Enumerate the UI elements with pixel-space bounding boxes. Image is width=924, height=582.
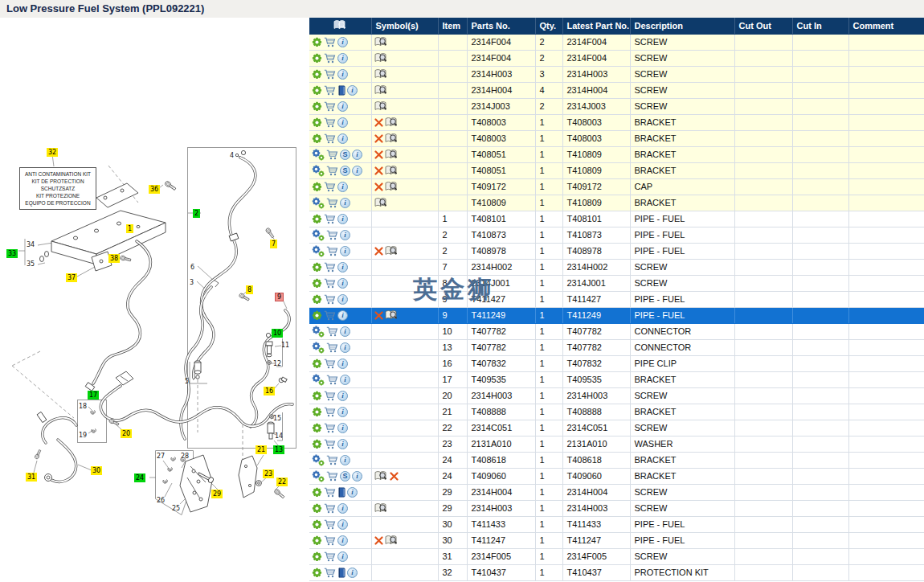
catalog-book-icon[interactable]	[385, 309, 399, 321]
info-icon[interactable]: i	[337, 551, 348, 562]
gear-icon[interactable]	[312, 85, 322, 96]
table-row[interactable]: i82314J00112314J001SCREW	[309, 275, 924, 291]
diagram-callout-33[interactable]: 33	[6, 249, 18, 258]
gear-multi-icon[interactable]	[312, 326, 325, 337]
diagram-callout-27[interactable]: 27	[157, 452, 165, 461]
table-row[interactable]: i30T4112471T411247PIPE - FUEL	[309, 532, 924, 548]
table-row[interactable]: i17T4095351T409535BRACKET	[309, 371, 924, 387]
catalog-book-icon[interactable]	[385, 117, 399, 128]
col-header-cut-out[interactable]: Cut Out	[734, 18, 792, 34]
table-row[interactable]: i32T4104371T410437PROTECTION KIT	[309, 564, 924, 580]
cart-icon[interactable]	[324, 262, 336, 273]
info-icon[interactable]: i	[337, 503, 348, 514]
info-icon[interactable]: i	[340, 342, 350, 353]
diagram-callout-36[interactable]: 36	[149, 185, 160, 194]
gear-icon[interactable]	[312, 214, 322, 224]
diagram-callout-16[interactable]: 16	[264, 387, 275, 396]
table-row[interactable]: i21T4088881T408888BRACKET	[309, 404, 924, 420]
info-icon[interactable]: i	[337, 117, 348, 128]
cart-icon[interactable]	[324, 53, 336, 64]
table-row[interactable]: SiT4080511T410809BRACKET	[309, 162, 924, 178]
not-available-icon[interactable]	[390, 472, 399, 481]
info-icon[interactable]: i	[337, 53, 348, 64]
diagram-callout-32[interactable]: 32	[47, 148, 58, 157]
diagram-callout-17[interactable]: 17	[88, 391, 99, 400]
info-icon[interactable]: i	[337, 391, 348, 401]
manual-book-icon[interactable]	[337, 487, 345, 498]
gear-icon[interactable]	[312, 439, 322, 449]
diagram-callout-5[interactable]: 5	[185, 377, 189, 386]
gear-icon[interactable]	[312, 117, 322, 128]
col-header-cut-in[interactable]: Cut In	[792, 18, 848, 34]
gear-multi-icon[interactable]	[312, 470, 325, 482]
gear-multi-icon[interactable]	[312, 197, 325, 208]
gear-icon[interactable]	[312, 294, 322, 305]
info-icon[interactable]: i	[340, 198, 350, 208]
info-icon[interactable]: i	[340, 375, 350, 385]
table-row[interactable]: i2T4089781T408978PIPE - FUEL	[309, 243, 924, 259]
diagram-callout-12[interactable]: 12	[273, 359, 281, 368]
table-row[interactable]: i9T4114271T411427PIPE - FUEL	[309, 291, 924, 307]
diagram-callout-26[interactable]: 26	[157, 496, 165, 505]
cart-icon[interactable]	[324, 101, 336, 112]
gear-icon[interactable]	[312, 359, 322, 369]
col-header-actions[interactable]	[309, 18, 371, 34]
table-row[interactable]: i202314H00312314H003SCREW	[309, 387, 924, 404]
not-available-icon[interactable]	[374, 247, 383, 256]
info-icon[interactable]: i	[337, 423, 348, 433]
diagram-callout-21[interactable]: 21	[256, 445, 267, 454]
table-row[interactable]: iT4091721T409172CAP	[309, 178, 924, 195]
gear-icon[interactable]	[312, 182, 322, 192]
diagram-callout-23[interactable]: 23	[263, 469, 274, 478]
diagram-callout-4[interactable]: 4	[230, 151, 234, 160]
table-row[interactable]: i2T4108731T410873PIPE - FUEL	[309, 227, 924, 243]
catalog-book-icon[interactable]	[374, 84, 388, 96]
cart-icon[interactable]	[326, 230, 338, 240]
diagram-callout-15[interactable]: 15	[273, 414, 281, 423]
col-header-symbols[interactable]: Symbol(s)	[371, 18, 438, 34]
cart-icon[interactable]	[324, 519, 336, 530]
gear-icon[interactable]	[312, 503, 322, 514]
table-row[interactable]: i222314C05112314C051SCREW	[309, 420, 924, 436]
col-header-comment[interactable]: Comment	[848, 18, 924, 34]
gear-multi-icon[interactable]	[312, 454, 325, 465]
cart-icon[interactable]	[324, 278, 336, 289]
info-icon[interactable]: i	[352, 150, 362, 160]
diagram-callout-8[interactable]: 8	[246, 285, 253, 294]
cart-icon[interactable]	[324, 487, 336, 498]
cart-icon[interactable]	[326, 471, 338, 482]
info-icon[interactable]: i	[337, 182, 348, 192]
cart-icon[interactable]	[324, 423, 336, 433]
info-icon[interactable]: i	[340, 455, 350, 465]
gear-icon[interactable]	[312, 568, 322, 578]
supersession-icon[interactable]: S	[340, 166, 350, 176]
col-header-latest-part-no[interactable]: Latest Part No.	[562, 18, 630, 34]
gear-icon[interactable]	[312, 487, 322, 498]
table-row[interactable]: iT4080031T408003BRACKET	[309, 130, 924, 146]
info-icon[interactable]: i	[337, 407, 348, 417]
info-icon[interactable]: i	[352, 166, 362, 176]
info-icon[interactable]: i	[340, 326, 350, 337]
info-icon[interactable]: i	[347, 568, 358, 578]
gear-icon[interactable]	[312, 535, 322, 546]
cart-icon[interactable]	[324, 310, 336, 321]
diagram-callout-13[interactable]: 13	[273, 445, 284, 454]
gear-icon[interactable]	[312, 37, 322, 47]
diagram-callout-29[interactable]: 29	[211, 490, 223, 498]
info-icon[interactable]: i	[340, 230, 350, 240]
table-row[interactable]: i24T4086181T408618BRACKET	[309, 452, 924, 468]
gear-icon[interactable]	[312, 278, 322, 289]
cart-icon[interactable]	[326, 375, 338, 385]
diagram-callout-19[interactable]: 19	[79, 431, 87, 440]
diagram-callout-11[interactable]: 11	[281, 341, 289, 350]
manual-book-icon[interactable]	[337, 85, 345, 96]
not-available-icon[interactable]	[374, 536, 383, 545]
cart-icon[interactable]	[326, 326, 338, 337]
not-available-icon[interactable]	[374, 182, 383, 191]
parts-diagram[interactable]: ANTI CONTAMINATION KITKIT DE PROTECTIONS…	[0, 18, 309, 582]
catalog-book-icon[interactable]	[385, 149, 399, 160]
info-icon[interactable]: i	[337, 359, 348, 369]
cart-icon[interactable]	[324, 294, 336, 305]
gear-icon[interactable]	[312, 101, 322, 112]
table-row[interactable]: i292314H00412314H004SCREW	[309, 484, 924, 500]
